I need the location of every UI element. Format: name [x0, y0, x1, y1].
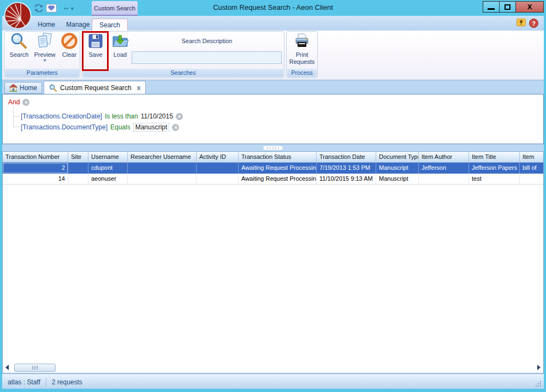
grid-cell[interactable]: 14 — [3, 174, 68, 184]
grid-column-header[interactable]: Username — [88, 152, 128, 162]
clear-icon — [61, 32, 78, 50]
horizontal-scrollbar[interactable] — [3, 363, 543, 372]
save-button-label: Save — [88, 51, 102, 58]
tab-close-icon[interactable]: x — [137, 84, 141, 92]
condition-operator[interactable]: Equals — [110, 123, 130, 131]
grid-cell[interactable] — [68, 163, 88, 174]
grid-cell[interactable]: aeonuser — [88, 174, 128, 184]
maximize-button[interactable] — [499, 1, 516, 13]
grid-column-header[interactable]: Transaction Status — [239, 152, 317, 162]
search-description-input[interactable] — [132, 51, 282, 64]
search-description-label: Search Description — [132, 38, 282, 44]
grid-column-header[interactable]: Activity ID — [197, 152, 239, 162]
grid-cell[interactable] — [68, 174, 88, 184]
minimize-icon — [488, 8, 495, 10]
grid-cell[interactable]: Awaiting Request Processing — [239, 174, 317, 184]
remove-condition-icon[interactable]: × — [172, 124, 179, 131]
print-requests-button[interactable]: Print Requests — [288, 32, 316, 66]
add-condition-icon[interactable]: + — [22, 99, 29, 106]
grid-cell[interactable]: 2 — [3, 163, 68, 174]
grid-cell[interactable]: Manuscript — [376, 174, 419, 184]
doc-tab-active-label: Custom Request Search — [60, 84, 132, 92]
grid-column-header[interactable]: Item Author — [419, 152, 469, 162]
favorite-icon[interactable] — [46, 4, 57, 13]
condition-field[interactable]: [Transactions.DocumentType] — [21, 123, 108, 131]
print-requests-label-2: Requests — [289, 58, 314, 66]
grid-column-header[interactable]: Item — [520, 152, 544, 162]
condition-value[interactable]: 11/10/2015 — [141, 112, 173, 120]
help-icon[interactable]: ? — [529, 19, 538, 28]
doc-tab-home[interactable]: Home — [4, 82, 42, 94]
grid-cell[interactable] — [128, 163, 197, 174]
scrollbar-thumb[interactable] — [14, 364, 56, 372]
grid-column-header[interactable]: Transaction Number — [3, 152, 68, 162]
close-button[interactable]: X — [515, 1, 544, 13]
tree-line — [13, 116, 19, 117]
grid-cell[interactable]: test — [469, 174, 520, 184]
grid-column-header[interactable]: Document Type — [376, 152, 419, 162]
panel-splitter[interactable] — [2, 144, 544, 151]
grid-cell[interactable] — [419, 174, 469, 184]
grid-cell[interactable]: Jefferson — [419, 163, 469, 174]
condition-field[interactable]: [Transactions.CreationDate] — [21, 112, 102, 120]
grid-column-header[interactable]: Transaction Date — [317, 152, 376, 162]
close-icon: X — [527, 3, 532, 10]
pin-icon[interactable] — [517, 19, 526, 28]
group-label-parameters: Parameters — [5, 69, 79, 77]
grid-cell[interactable]: bill of — [520, 163, 544, 174]
condition-value[interactable]: Manuscript — [133, 123, 170, 132]
status-request-count: 2 requests — [46, 378, 88, 386]
grid-cell[interactable] — [128, 174, 197, 184]
grid-row[interactable]: 2cdupontAwaiting Request Processing7/19/… — [3, 163, 543, 174]
svg-text:?: ? — [532, 20, 536, 27]
ribbon-tab-home[interactable]: Home — [31, 19, 62, 31]
doc-tab-custom-request-search[interactable]: Custom Request Search x — [44, 81, 146, 94]
resize-grip-icon[interactable] — [534, 379, 541, 387]
grid-cell[interactable]: 11/10/2015 9:13 AM — [317, 174, 376, 184]
ribbon-tab-search[interactable]: Search — [92, 19, 128, 31]
preview-button[interactable]: Preview — [32, 32, 57, 62]
grid-column-header[interactable]: Site — [68, 152, 88, 162]
sync-icon[interactable] — [34, 4, 43, 12]
aeon-logo-icon — [4, 2, 32, 29]
minimize-button[interactable] — [483, 1, 500, 13]
scroll-right-button[interactable] — [535, 363, 543, 372]
query-root-operator[interactable]: And — [8, 98, 20, 106]
qat-overflow-button[interactable]: •• ▾ — [64, 5, 74, 11]
grid-cell[interactable] — [520, 174, 544, 184]
grid-cell[interactable]: cdupont — [88, 163, 128, 174]
content-area: Home Custom Request Search x And + [Tran… — [2, 80, 544, 389]
grid-cell[interactable]: Manuscript — [376, 163, 419, 174]
grid-cell[interactable] — [197, 163, 239, 174]
preview-dropdown-icon — [43, 60, 46, 62]
status-bar: atlas : Staff 2 requests — [2, 375, 544, 389]
load-button[interactable]: Load — [109, 32, 132, 58]
preview-button-label: Preview — [34, 51, 55, 58]
scroll-left-button[interactable] — [3, 363, 11, 372]
aeon-logo-button[interactable] — [4, 2, 32, 29]
load-button-label: Load — [114, 51, 127, 58]
splitter-grip-icon — [263, 146, 283, 150]
grid-cell[interactable]: Jefferson Papers — [469, 163, 520, 174]
status-user: atlas : Staff — [2, 378, 46, 386]
group-label-process: Process — [287, 69, 317, 77]
grid-column-header[interactable]: Researcher Username — [128, 152, 197, 162]
grid-column-header[interactable]: Item Title — [469, 152, 520, 162]
grid-cell[interactable] — [197, 174, 239, 184]
ribbon-tab-manage[interactable]: Manage — [59, 19, 97, 31]
search-button[interactable]: Search — [7, 32, 31, 58]
grid-cell[interactable]: Awaiting Request Processing — [239, 163, 317, 174]
document-tab-bar: Home Custom Request Search x — [2, 80, 544, 94]
clear-button[interactable]: Clear — [58, 32, 81, 58]
load-icon — [111, 32, 129, 50]
contextual-tab-custom-search[interactable]: Custom Search — [92, 1, 138, 16]
home-icon — [9, 84, 17, 92]
save-button[interactable]: Save — [85, 32, 106, 58]
save-icon — [87, 32, 104, 50]
grid-row[interactable]: 14aeonuserAwaiting Request Processing11/… — [3, 174, 543, 185]
scroll-right-icon — [537, 365, 541, 370]
remove-condition-icon[interactable]: × — [176, 113, 183, 120]
condition-operator[interactable]: Is less than — [105, 112, 138, 120]
title-bar[interactable]: Custom Request Search - Aeon Client X — [0, 0, 546, 15]
grid-cell[interactable]: 7/19/2013 1:53 PM — [317, 163, 376, 174]
